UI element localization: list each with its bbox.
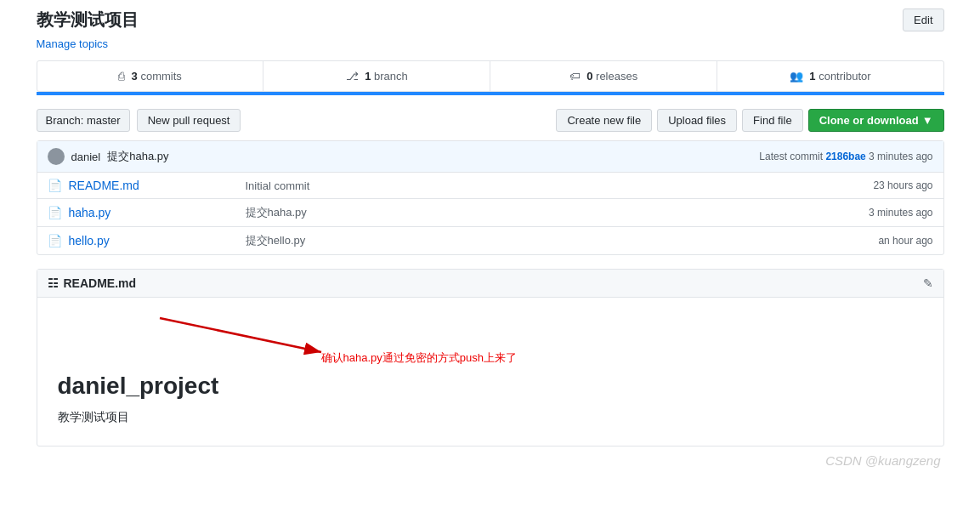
branch-icon: ⎇ (346, 70, 359, 82)
chevron-down-icon: ▼ (922, 114, 933, 127)
edit-button[interactable]: Edit (903, 9, 943, 31)
svg-line-1 (160, 318, 321, 352)
avatar (48, 148, 65, 165)
watermark: CSDN @kuangzeng (37, 447, 944, 469)
table-row: 📄 hello.py 提交hello.py an hour ago (37, 227, 943, 254)
branch-selector[interactable]: Branch: master (37, 109, 130, 132)
commits-count[interactable]: 3 (132, 70, 138, 82)
language-bar (37, 92, 944, 95)
readme-filename: README.md (64, 276, 137, 290)
commits-label: commits (140, 70, 181, 82)
annotation-container: 确认haha.py通过免密的方式push上来了 (58, 318, 923, 369)
readme-annotation-text: 确认haha.py通过免密的方式push上来了 (321, 350, 517, 366)
branch-stat[interactable]: ⎇ 1 branch (263, 61, 490, 91)
commit-hash[interactable]: 2186bae (825, 151, 865, 162)
commits-icon: ⎙ (118, 70, 125, 82)
file-commit-msg-haha: 提交haha.py (246, 205, 824, 220)
file-toolbar: Branch: master New pull request Create n… (37, 100, 944, 140)
contributor-label: contributor (819, 70, 870, 82)
latest-commit-label: Latest commit (759, 151, 823, 162)
commit-header: daniel 提交haha.py Latest commit 2186bae 3… (37, 141, 943, 173)
clone-or-download-button[interactable]: Clone or download ▼ (808, 109, 944, 132)
clone-label: Clone or download (819, 114, 919, 127)
file-time-readme: 23 hours ago (831, 179, 933, 191)
commits-stat[interactable]: ⎙ 3 commits (37, 61, 264, 91)
file-commit-msg-readme: Initial commit (246, 179, 824, 192)
file-table: daniel 提交haha.py Latest commit 2186bae 3… (37, 140, 944, 255)
file-icon: 📄 (48, 234, 62, 247)
readme-header: ☷ README.md ✎ (37, 270, 943, 298)
people-icon: 👥 (790, 70, 803, 82)
releases-stat[interactable]: 🏷 0 releases (490, 61, 717, 91)
readme-description-text: 教学测试项目 (58, 410, 923, 425)
file-icon: 📄 (48, 179, 62, 192)
file-time-haha: 3 minutes ago (831, 207, 933, 219)
releases-label: releases (596, 70, 637, 82)
commit-user[interactable]: daniel (71, 151, 101, 163)
file-time-hello: an hour ago (831, 235, 933, 247)
commit-message: 提交haha.py (107, 149, 168, 164)
contributor-stat[interactable]: 👥 1 contributor (717, 61, 943, 91)
new-pull-request-button[interactable]: New pull request (137, 109, 241, 132)
readme-title: ☷ README.md (48, 276, 137, 290)
table-row: 📄 README.md Initial commit 23 hours ago (37, 173, 943, 199)
contributor-count[interactable]: 1 (809, 70, 815, 82)
edit-pencil-icon[interactable]: ✎ (923, 276, 933, 290)
commit-info-right: Latest commit 2186bae 3 minutes ago (759, 151, 932, 162)
file-name-haha[interactable]: haha.py (69, 206, 239, 219)
readme-section: ☷ README.md ✎ 确认haha.py通过免密的方式push上来了 da… (37, 269, 944, 447)
annotation-arrow-svg (58, 310, 364, 361)
toolbar-right: Create new file Upload files Find file C… (556, 109, 943, 132)
create-new-file-button[interactable]: Create new file (556, 109, 652, 132)
readme-project-title: daniel_project (58, 373, 923, 400)
branch-label: branch (374, 70, 408, 82)
find-file-button[interactable]: Find file (742, 109, 803, 132)
file-commit-msg-hello: 提交hello.py (246, 233, 824, 248)
upload-files-button[interactable]: Upload files (657, 109, 737, 132)
file-name-readme[interactable]: README.md (69, 179, 239, 192)
commit-time: 3 minutes ago (869, 151, 932, 162)
tag-icon: 🏷 (569, 70, 581, 82)
file-name-hello[interactable]: hello.py (69, 234, 239, 247)
toolbar-left: Branch: master New pull request (37, 109, 241, 132)
table-row: 📄 haha.py 提交haha.py 3 minutes ago (37, 199, 943, 227)
branch-count[interactable]: 1 (365, 70, 371, 82)
releases-count[interactable]: 0 (586, 70, 592, 82)
commit-info-left: daniel 提交haha.py (48, 148, 169, 165)
repo-title: 教学测试项目 (37, 9, 139, 31)
readme-body: 确认haha.py通过免密的方式push上来了 daniel_project 教… (37, 298, 943, 446)
manage-topics-link[interactable]: Manage topics (37, 37, 109, 50)
readme-grid-icon: ☷ (48, 276, 59, 290)
file-icon: 📄 (48, 206, 62, 219)
stats-bar: ⎙ 3 commits ⎇ 1 branch 🏷 0 releases 👥 1 … (37, 60, 944, 92)
